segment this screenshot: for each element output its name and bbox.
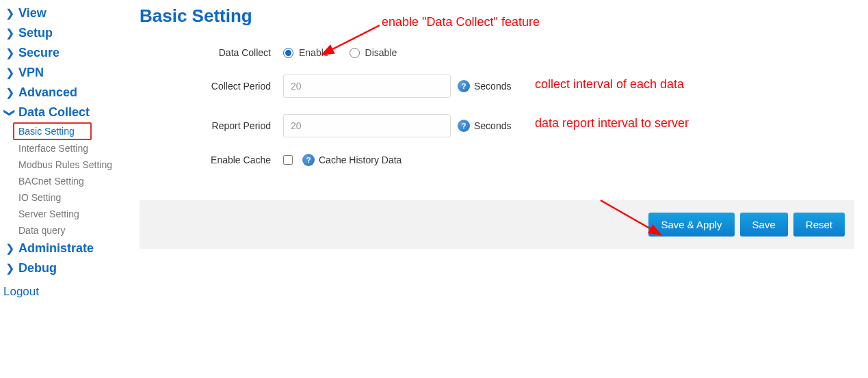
row-report-period: Report Period ? Seconds — [140, 114, 861, 137]
logout-link[interactable]: Logout — [3, 278, 137, 299]
nav-item-data-collect[interactable]: ❯ Data Collect — [3, 103, 137, 122]
annotation-enable: enable "Data Collect" feature — [382, 15, 540, 29]
sidebar-item-interface-setting[interactable]: Interface Setting — [3, 140, 137, 157]
nav-label: Setup — [18, 26, 53, 40]
sidebar-item-io-setting[interactable]: IO Setting — [3, 189, 137, 206]
sidebar-item-data-query[interactable]: Data query — [3, 222, 137, 239]
input-report-period[interactable] — [283, 114, 451, 137]
button-bar: Save & Apply Save Reset — [140, 200, 854, 249]
unit-seconds: Seconds — [474, 81, 511, 92]
cache-description: Cache History Data — [319, 154, 402, 165]
sidebar-item-server-setting[interactable]: Server Setting — [3, 206, 137, 222]
chevron-right-icon: ❯ — [3, 46, 16, 59]
sub-item-label: IO Setting — [18, 192, 61, 203]
help-icon[interactable]: ? — [302, 154, 315, 166]
nav-item-setup[interactable]: ❯ Setup — [3, 23, 137, 43]
nav-item-view[interactable]: ❯ View — [3, 3, 137, 23]
row-collect-period: Collect Period ? Seconds — [140, 75, 861, 98]
nav-item-secure[interactable]: ❯ Secure — [3, 43, 137, 63]
nav-item-debug[interactable]: ❯ Debug — [3, 258, 137, 278]
chevron-right-icon: ❯ — [3, 262, 16, 275]
chevron-right-icon: ❯ — [3, 86, 16, 99]
input-collect-period[interactable] — [283, 75, 451, 98]
sidebar-item-bacnet-setting[interactable]: BACnet Setting — [3, 173, 137, 189]
help-icon[interactable]: ? — [458, 80, 470, 92]
label-report-period: Report Period — [140, 120, 283, 131]
sub-item-label: Interface Setting — [18, 143, 88, 154]
main-content: Basic Setting Data Collect Enable Disabl… — [140, 5, 861, 249]
chevron-right-icon: ❯ — [3, 242, 16, 255]
save-button[interactable]: Save — [740, 213, 788, 237]
nav-item-advanced[interactable]: ❯ Advanced — [3, 83, 137, 103]
svg-line-0 — [330, 25, 380, 51]
nav-label: Secure — [18, 46, 60, 60]
sidebar-item-modbus-rules-setting[interactable]: Modbus Rules Setting — [3, 157, 137, 173]
nav-label: Advanced — [18, 85, 77, 100]
checkbox-enable-cache[interactable] — [283, 155, 293, 165]
help-icon[interactable]: ? — [458, 120, 470, 132]
svg-line-1 — [601, 200, 653, 230]
unit-seconds: Seconds — [474, 120, 511, 131]
nav-label: View — [18, 6, 47, 21]
arrow-icon — [321, 22, 383, 59]
sidebar-item-basic-setting[interactable]: Basic Setting — [13, 122, 92, 140]
chevron-right-icon: ❯ — [3, 66, 16, 79]
sub-item-label: Data query — [18, 225, 65, 236]
label-data-collect: Data Collect — [140, 47, 283, 58]
sub-item-label: BACnet Setting — [18, 176, 84, 187]
chevron-right-icon: ❯ — [3, 27, 16, 40]
nav-label: VPN — [18, 66, 44, 80]
sidebar: ❯ View ❯ Setup ❯ Secure ❯ VPN ❯ Advanced… — [3, 3, 137, 299]
sub-item-label: Modbus Rules Setting — [18, 159, 112, 170]
sub-item-label: Server Setting — [18, 208, 79, 219]
sub-item-label: Basic Setting — [18, 126, 75, 137]
nav-item-administrate[interactable]: ❯ Administrate — [3, 239, 137, 258]
nav-label: Data Collect — [18, 105, 90, 120]
row-data-collect: Data Collect Enable Disable — [140, 47, 861, 58]
arrow-icon — [595, 195, 663, 239]
chevron-down-icon: ❯ — [3, 107, 16, 119]
label-enable-cache: Enable Cache — [140, 154, 283, 165]
label-collect-period: Collect Period — [140, 81, 283, 92]
annotation-collect: collect interval of each data — [535, 77, 684, 92]
nav-item-vpn[interactable]: ❯ VPN — [3, 63, 137, 83]
nav-label: Administrate — [18, 241, 94, 256]
reset-button[interactable]: Reset — [793, 213, 845, 237]
annotation-report: data report interval to server — [535, 116, 689, 131]
nav-label: Debug — [18, 261, 57, 275]
row-enable-cache: Enable Cache ? Cache History Data — [140, 154, 861, 166]
radio-enable[interactable] — [283, 48, 293, 58]
chevron-right-icon: ❯ — [3, 7, 16, 20]
